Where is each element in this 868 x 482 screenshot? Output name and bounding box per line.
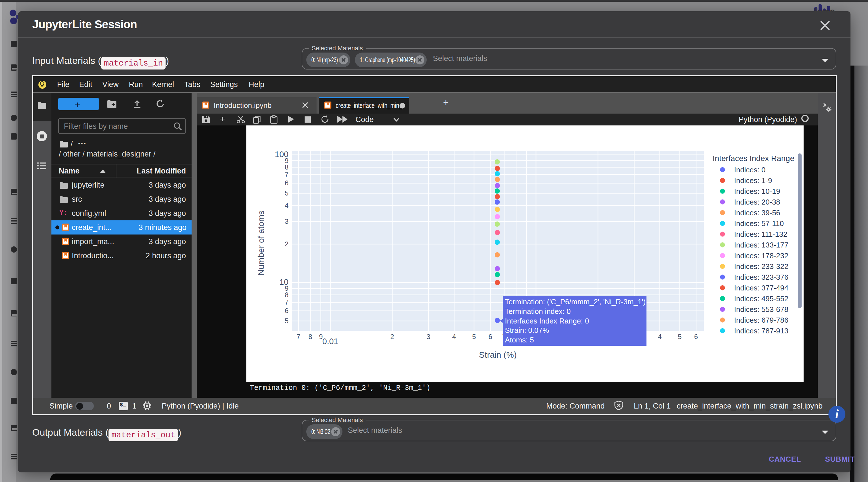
svg-text:3: 3 bbox=[426, 332, 430, 340]
svg-text:5: 5 bbox=[472, 332, 475, 340]
svg-text:7: 7 bbox=[284, 170, 288, 178]
svg-text:6: 6 bbox=[488, 332, 492, 340]
svg-text:Termination index: 0: Termination index: 0 bbox=[505, 307, 570, 315]
svg-text:Indices: 57-110: Indices: 57-110 bbox=[734, 219, 783, 227]
svg-text:Indices: 323-376: Indices: 323-376 bbox=[734, 272, 788, 281]
svg-text:Indices: 553-678: Indices: 553-678 bbox=[734, 305, 788, 313]
svg-text:Interfaces Index Range: 0: Interfaces Index Range: 0 bbox=[505, 316, 589, 325]
svg-text:Termination: ('C_P6/mmm_2', 'N: Termination: ('C_P6/mmm_2', 'Ni_R-3m_1') bbox=[505, 297, 645, 306]
svg-text:Interfaces Index Range: Interfaces Index Range bbox=[712, 154, 794, 162]
svg-text:Indices: 178-232: Indices: 178-232 bbox=[734, 251, 788, 260]
svg-text:Indices: 233-322: Indices: 233-322 bbox=[734, 262, 788, 270]
svg-text:2: 2 bbox=[390, 332, 394, 340]
svg-text:8: 8 bbox=[284, 163, 288, 171]
svg-text:Indices: 495-552: Indices: 495-552 bbox=[734, 294, 788, 302]
svg-text:Strain (%): Strain (%) bbox=[478, 350, 516, 359]
svg-text:Indices: 10-19: Indices: 10-19 bbox=[734, 187, 780, 195]
svg-text:7: 7 bbox=[284, 298, 288, 306]
svg-text:5: 5 bbox=[284, 189, 288, 197]
svg-text:4: 4 bbox=[658, 332, 661, 340]
svg-text:6: 6 bbox=[694, 332, 698, 340]
svg-text:8: 8 bbox=[308, 332, 312, 340]
svg-text:Number of atoms: Number of atoms bbox=[256, 210, 265, 275]
svg-text:5: 5 bbox=[678, 332, 681, 340]
svg-text:7: 7 bbox=[297, 332, 300, 340]
svg-text:Indices: 679-786: Indices: 679-786 bbox=[734, 316, 788, 324]
svg-text:5: 5 bbox=[284, 317, 288, 324]
svg-text:Indices: 20-38: Indices: 20-38 bbox=[734, 197, 780, 206]
svg-text:6: 6 bbox=[284, 307, 288, 314]
svg-text:Indices: 39-56: Indices: 39-56 bbox=[734, 208, 780, 217]
svg-text:Atoms: 5: Atoms: 5 bbox=[505, 335, 534, 344]
svg-text:0.01: 0.01 bbox=[322, 336, 338, 346]
svg-text:4: 4 bbox=[284, 201, 288, 209]
svg-text:Indices: 377-494: Indices: 377-494 bbox=[734, 283, 788, 292]
svg-text:Indices: 1-9: Indices: 1-9 bbox=[734, 176, 772, 185]
svg-text:Indices: 133-177: Indices: 133-177 bbox=[734, 240, 788, 249]
svg-text:Indices: 0: Indices: 0 bbox=[734, 165, 765, 174]
svg-text:2: 2 bbox=[284, 240, 288, 248]
svg-text:4: 4 bbox=[452, 332, 456, 340]
svg-text:Indices: 111-132: Indices: 111-132 bbox=[734, 230, 787, 238]
svg-text:6: 6 bbox=[284, 179, 288, 187]
svg-text:3: 3 bbox=[284, 217, 288, 225]
svg-text:Strain: 0.07%: Strain: 0.07% bbox=[505, 326, 549, 334]
svg-text:8: 8 bbox=[284, 291, 288, 298]
svg-text:Indices: 787-913: Indices: 787-913 bbox=[734, 326, 788, 335]
